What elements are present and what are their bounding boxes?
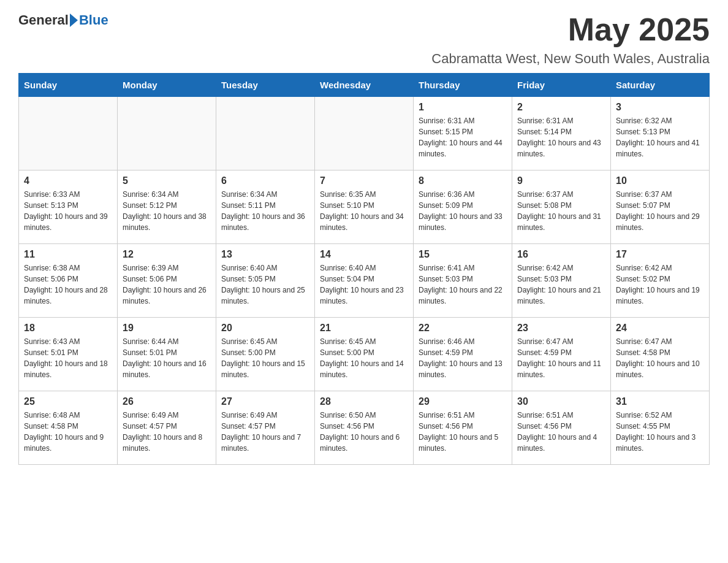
day-info: Sunrise: 6:36 AMSunset: 5:09 PMDaylight:… <box>419 189 507 233</box>
day-number: 9 <box>517 175 605 186</box>
day-info: Sunrise: 6:47 AMSunset: 4:59 PMDaylight:… <box>517 336 605 380</box>
table-row: 18Sunrise: 6:43 AMSunset: 5:01 PMDayligh… <box>19 318 118 391</box>
day-number: 14 <box>320 249 408 260</box>
day-info: Sunrise: 6:42 AMSunset: 5:02 PMDaylight:… <box>616 262 704 307</box>
logo-text: General Blue <box>18 12 108 28</box>
day-number: 26 <box>123 396 211 407</box>
day-number: 30 <box>517 396 605 407</box>
day-number: 4 <box>24 175 112 186</box>
day-number: 23 <box>517 323 605 334</box>
day-number: 31 <box>616 396 704 407</box>
day-number: 3 <box>616 102 704 113</box>
calendar-header-row: Sunday Monday Tuesday Wednesday Thursday… <box>19 74 710 97</box>
table-row <box>118 97 216 170</box>
day-number: 2 <box>517 102 605 113</box>
day-info: Sunrise: 6:38 AMSunset: 5:06 PMDaylight:… <box>24 262 112 307</box>
day-info: Sunrise: 6:37 AMSunset: 5:07 PMDaylight:… <box>616 189 704 233</box>
day-number: 28 <box>320 396 408 407</box>
table-row <box>19 97 118 170</box>
table-row: 13Sunrise: 6:40 AMSunset: 5:05 PMDayligh… <box>216 244 315 318</box>
table-row: 4Sunrise: 6:33 AMSunset: 5:13 PMDaylight… <box>19 170 118 244</box>
day-info: Sunrise: 6:35 AMSunset: 5:10 PMDaylight:… <box>320 189 408 233</box>
col-monday: Monday <box>118 74 216 97</box>
title-block: May 2025 <box>568 12 710 47</box>
day-info: Sunrise: 6:51 AMSunset: 4:56 PMDaylight:… <box>419 410 507 454</box>
table-row: 22Sunrise: 6:46 AMSunset: 4:59 PMDayligh… <box>414 318 512 391</box>
table-row: 6Sunrise: 6:34 AMSunset: 5:11 PMDaylight… <box>216 170 315 244</box>
day-info: Sunrise: 6:34 AMSunset: 5:11 PMDaylight:… <box>221 189 309 233</box>
day-number: 17 <box>616 249 704 260</box>
day-number: 27 <box>221 396 309 407</box>
table-row: 27Sunrise: 6:49 AMSunset: 4:57 PMDayligh… <box>216 391 315 465</box>
day-info: Sunrise: 6:40 AMSunset: 5:05 PMDaylight:… <box>221 262 309 307</box>
day-number: 25 <box>24 396 112 407</box>
table-row: 3Sunrise: 6:32 AMSunset: 5:13 PMDaylight… <box>611 97 710 170</box>
day-number: 5 <box>123 175 211 186</box>
table-row: 15Sunrise: 6:41 AMSunset: 5:03 PMDayligh… <box>414 244 512 318</box>
table-row: 10Sunrise: 6:37 AMSunset: 5:07 PMDayligh… <box>611 170 710 244</box>
logo-general: General <box>18 12 69 28</box>
day-number: 20 <box>221 323 309 334</box>
day-info: Sunrise: 6:48 AMSunset: 4:58 PMDaylight:… <box>24 410 112 454</box>
day-info: Sunrise: 6:45 AMSunset: 5:00 PMDaylight:… <box>320 336 408 380</box>
day-info: Sunrise: 6:31 AMSunset: 5:14 PMDaylight:… <box>517 115 605 159</box>
day-number: 13 <box>221 249 309 260</box>
day-info: Sunrise: 6:39 AMSunset: 5:06 PMDaylight:… <box>123 262 211 307</box>
day-info: Sunrise: 6:42 AMSunset: 5:03 PMDaylight:… <box>517 262 605 307</box>
table-row: 7Sunrise: 6:35 AMSunset: 5:10 PMDaylight… <box>315 170 414 244</box>
day-info: Sunrise: 6:40 AMSunset: 5:04 PMDaylight:… <box>320 262 408 307</box>
day-number: 11 <box>24 249 112 260</box>
col-tuesday: Tuesday <box>216 74 315 97</box>
location-subtitle: Cabramatta West, New South Wales, Austra… <box>18 51 710 67</box>
col-sunday: Sunday <box>19 74 118 97</box>
col-thursday: Thursday <box>414 74 512 97</box>
day-number: 12 <box>123 249 211 260</box>
logo-arrow-icon <box>70 13 78 27</box>
table-row <box>216 97 315 170</box>
table-row: 2Sunrise: 6:31 AMSunset: 5:14 PMDaylight… <box>512 97 611 170</box>
day-info: Sunrise: 6:46 AMSunset: 4:59 PMDaylight:… <box>419 336 507 380</box>
table-row: 21Sunrise: 6:45 AMSunset: 5:00 PMDayligh… <box>315 318 414 391</box>
calendar-row: 25Sunrise: 6:48 AMSunset: 4:58 PMDayligh… <box>19 391 710 465</box>
day-info: Sunrise: 6:43 AMSunset: 5:01 PMDaylight:… <box>24 336 112 380</box>
day-number: 29 <box>419 396 507 407</box>
day-number: 18 <box>24 323 112 334</box>
day-info: Sunrise: 6:41 AMSunset: 5:03 PMDaylight:… <box>419 262 507 307</box>
table-row: 17Sunrise: 6:42 AMSunset: 5:02 PMDayligh… <box>611 244 710 318</box>
calendar-row: 11Sunrise: 6:38 AMSunset: 5:06 PMDayligh… <box>19 244 710 318</box>
col-wednesday: Wednesday <box>315 74 414 97</box>
logo-blue: Blue <box>79 12 108 28</box>
day-info: Sunrise: 6:52 AMSunset: 4:55 PMDaylight:… <box>616 410 704 454</box>
month-title: May 2025 <box>568 12 710 47</box>
day-number: 8 <box>419 175 507 186</box>
table-row: 9Sunrise: 6:37 AMSunset: 5:08 PMDaylight… <box>512 170 611 244</box>
day-info: Sunrise: 6:45 AMSunset: 5:00 PMDaylight:… <box>221 336 309 380</box>
table-row: 25Sunrise: 6:48 AMSunset: 4:58 PMDayligh… <box>19 391 118 465</box>
logo: General Blue <box>18 12 108 28</box>
day-number: 19 <box>123 323 211 334</box>
day-number: 24 <box>616 323 704 334</box>
day-number: 1 <box>419 102 507 113</box>
table-row: 11Sunrise: 6:38 AMSunset: 5:06 PMDayligh… <box>19 244 118 318</box>
day-info: Sunrise: 6:34 AMSunset: 5:12 PMDaylight:… <box>123 189 211 233</box>
day-info: Sunrise: 6:49 AMSunset: 4:57 PMDaylight:… <box>123 410 211 454</box>
table-row: 23Sunrise: 6:47 AMSunset: 4:59 PMDayligh… <box>512 318 611 391</box>
table-row <box>315 97 414 170</box>
table-row: 12Sunrise: 6:39 AMSunset: 5:06 PMDayligh… <box>118 244 216 318</box>
col-saturday: Saturday <box>611 74 710 97</box>
day-number: 6 <box>221 175 309 186</box>
table-row: 8Sunrise: 6:36 AMSunset: 5:09 PMDaylight… <box>414 170 512 244</box>
table-row: 29Sunrise: 6:51 AMSunset: 4:56 PMDayligh… <box>414 391 512 465</box>
day-info: Sunrise: 6:50 AMSunset: 4:56 PMDaylight:… <box>320 410 408 454</box>
day-number: 15 <box>419 249 507 260</box>
calendar-table: Sunday Monday Tuesday Wednesday Thursday… <box>18 73 710 465</box>
day-info: Sunrise: 6:44 AMSunset: 5:01 PMDaylight:… <box>123 336 211 380</box>
day-number: 16 <box>517 249 605 260</box>
day-info: Sunrise: 6:33 AMSunset: 5:13 PMDaylight:… <box>24 189 112 233</box>
table-row: 26Sunrise: 6:49 AMSunset: 4:57 PMDayligh… <box>118 391 216 465</box>
table-row: 1Sunrise: 6:31 AMSunset: 5:15 PMDaylight… <box>414 97 512 170</box>
day-info: Sunrise: 6:31 AMSunset: 5:15 PMDaylight:… <box>419 115 507 159</box>
table-row: 28Sunrise: 6:50 AMSunset: 4:56 PMDayligh… <box>315 391 414 465</box>
table-row: 14Sunrise: 6:40 AMSunset: 5:04 PMDayligh… <box>315 244 414 318</box>
table-row: 31Sunrise: 6:52 AMSunset: 4:55 PMDayligh… <box>611 391 710 465</box>
